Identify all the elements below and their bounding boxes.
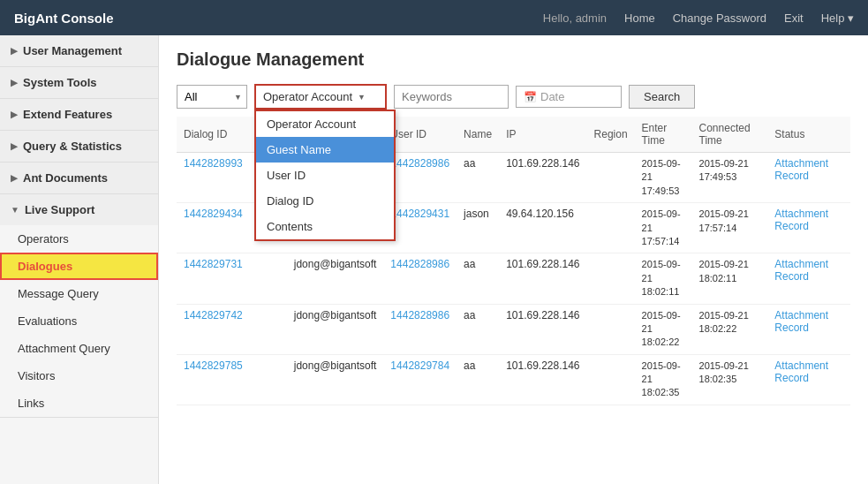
- cell-region: [587, 203, 635, 253]
- cell-dialog-id[interactable]: 1442829742: [177, 304, 250, 354]
- operator-account-label: Operator Account: [263, 90, 352, 103]
- date-input-wrapper[interactable]: 📅 Date: [516, 86, 622, 108]
- chevron-right-icon: ▶: [11, 78, 18, 87]
- cell-connected-time: 2015-09-2117:49:53: [692, 153, 768, 203]
- sidebar-item-live-support[interactable]: ▼ Live Support: [0, 194, 158, 225]
- help-link[interactable]: Help ▾: [821, 11, 854, 25]
- cell-op: [250, 354, 287, 405]
- cell-status[interactable]: Attachment Record: [767, 253, 850, 304]
- top-nav: BigAnt Console Hello, admin Home Change …: [0, 0, 868, 35]
- cell-enter-time: 2015-09-2118:02:35: [635, 354, 692, 405]
- sidebar-extend-features-label: Extend Features: [23, 108, 112, 121]
- cell-account: jdong@bigantsoft: [287, 354, 384, 405]
- cell-name: aa: [457, 354, 499, 405]
- chevron-right-icon: ▶: [11, 46, 18, 56]
- main-layout: ▶ User Management ▶ System Tools ▶ Exten…: [0, 35, 868, 484]
- cell-dialog-id[interactable]: 1442829731: [177, 253, 250, 304]
- sidebar-user-management-label: User Management: [23, 44, 122, 57]
- operator-account-button[interactable]: Operator Account ▼: [254, 84, 387, 110]
- cell-status[interactable]: Attachment Record: [767, 354, 850, 405]
- cell-enter-time: 2015-09-2117:49:53: [635, 153, 692, 203]
- cell-ip: 49.64.120.156: [499, 203, 586, 253]
- keywords-input[interactable]: [394, 85, 509, 109]
- cell-user-id[interactable]: 1442828986: [383, 253, 457, 304]
- dropdown-item-guest-name[interactable]: Guest Name: [256, 137, 394, 163]
- all-select-wrapper: All: [177, 85, 247, 109]
- table-row: 1442829785 jdong@bigantsoft 1442829784 a…: [177, 354, 850, 405]
- cell-enter-time: 2015-09-2118:02:11: [635, 253, 692, 304]
- col-region: Region: [587, 117, 635, 153]
- sidebar-item-user-management[interactable]: ▶ User Management: [0, 35, 158, 66]
- cell-status[interactable]: Attachment Record: [767, 153, 850, 203]
- cell-name: aa: [457, 304, 499, 354]
- sidebar-section-query-statistics: ▶ Query & Statistics: [0, 131, 158, 163]
- cell-region: [587, 354, 635, 405]
- cell-status[interactable]: Attachment Record: [767, 304, 850, 354]
- dropdown-item-operator-account[interactable]: Operator Account: [256, 111, 394, 137]
- exit-link[interactable]: Exit: [784, 11, 804, 25]
- cell-name: aa: [457, 153, 499, 203]
- cell-dialog-id[interactable]: 1442829434: [177, 203, 250, 253]
- cell-enter-time: 2015-09-2117:57:14: [635, 203, 692, 253]
- dropdown-item-user-id[interactable]: User ID: [256, 163, 394, 188]
- change-password-link[interactable]: Change Password: [673, 11, 766, 25]
- col-enter-time: Enter Time: [635, 117, 692, 153]
- cell-enter-time: 2015-09-2118:02:22: [635, 304, 692, 354]
- col-ip: IP: [499, 117, 586, 153]
- sidebar-item-extend-features[interactable]: ▶ Extend Features: [0, 99, 158, 130]
- col-name: Name: [457, 117, 499, 153]
- cell-dialog-id[interactable]: 1442828993: [177, 153, 250, 203]
- cell-op: [250, 253, 287, 304]
- sidebar-item-ant-documents[interactable]: ▶ Ant Documents: [0, 163, 158, 193]
- cell-connected-time: 2015-09-2118:02:11: [692, 253, 768, 304]
- search-button[interactable]: Search: [629, 85, 695, 109]
- cell-status[interactable]: Attachment Record: [767, 203, 850, 253]
- dropdown-item-contents[interactable]: Contents: [256, 214, 394, 239]
- greeting-text: Hello, admin: [543, 11, 607, 25]
- cell-connected-time: 2015-09-2117:57:14: [692, 203, 768, 253]
- table-row: 1442829742 jdong@bigantsoft 1442828986 a…: [177, 304, 850, 354]
- sidebar-section-ant-documents: ▶ Ant Documents: [0, 163, 158, 194]
- sidebar-query-statistics-label: Query & Statistics: [23, 140, 122, 153]
- cell-region: [587, 253, 635, 304]
- sidebar-section-user-management: ▶ User Management: [0, 35, 158, 67]
- sidebar-item-system-tools[interactable]: ▶ System Tools: [0, 67, 158, 98]
- cell-user-id[interactable]: 1442829784: [383, 354, 457, 405]
- col-status: Status: [767, 117, 850, 153]
- cell-ip: 101.69.228.146: [499, 153, 586, 203]
- date-placeholder: Date: [540, 90, 564, 103]
- cell-account: jdong@bigantsoft: [287, 304, 384, 354]
- page-title: Dialogue Management: [177, 49, 850, 70]
- sidebar-item-visitors[interactable]: Visitors: [0, 362, 158, 389]
- table-row: 1442829731 jdong@bigantsoft 1442828986 a…: [177, 253, 850, 304]
- sidebar-section-extend-features: ▶ Extend Features: [0, 99, 158, 131]
- sidebar-item-evaluations[interactable]: Evaluations: [0, 307, 158, 335]
- dropdown-arrow-icon: ▼: [358, 93, 366, 102]
- cell-dialog-id[interactable]: 1442829785: [177, 354, 250, 405]
- cell-user-id[interactable]: 1442828986: [383, 304, 457, 354]
- operator-account-dropdown-wrapper: Operator Account ▼ Operator Account Gues…: [254, 84, 387, 110]
- dropdown-item-dialog-id[interactable]: Dialog ID: [256, 188, 394, 214]
- cell-op: [250, 304, 287, 354]
- home-link[interactable]: Home: [624, 11, 655, 25]
- cell-connected-time: 2015-09-2118:02:22: [692, 304, 768, 354]
- sidebar-item-dialogues[interactable]: Dialogues: [0, 253, 158, 280]
- sidebar-section-system-tools: ▶ System Tools: [0, 67, 158, 99]
- cell-name: jason: [457, 203, 499, 253]
- chevron-right-icon: ▶: [11, 141, 18, 151]
- calendar-icon: 📅: [524, 91, 537, 103]
- sidebar-item-query-statistics[interactable]: ▶ Query & Statistics: [0, 131, 158, 162]
- sidebar-item-links[interactable]: Links: [0, 389, 158, 417]
- sidebar-item-message-query[interactable]: Message Query: [0, 280, 158, 307]
- all-select[interactable]: All: [177, 85, 247, 109]
- cell-name: aa: [457, 253, 499, 304]
- sidebar-live-support-label: Live Support: [25, 203, 94, 216]
- cell-ip: 101.69.228.146: [499, 304, 586, 354]
- sidebar-ant-documents-label: Ant Documents: [23, 171, 108, 185]
- brand-logo: BigAnt Console: [14, 11, 114, 26]
- chevron-down-icon: ▼: [11, 205, 19, 215]
- content-area: Dialogue Management All Operator Account…: [159, 35, 868, 484]
- filter-bar: All Operator Account ▼ Operator Account …: [177, 84, 850, 110]
- sidebar-item-operators[interactable]: Operators: [0, 225, 158, 253]
- sidebar-item-attachment-query[interactable]: Attachment Query: [0, 335, 158, 362]
